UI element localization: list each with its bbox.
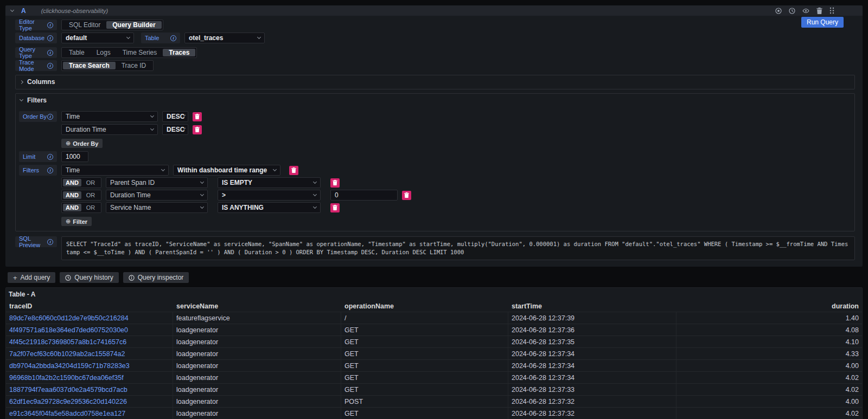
and-option[interactable]: AND <box>63 191 81 199</box>
query-type-label: Query Type i <box>15 47 57 58</box>
add-query-button[interactable]: + Add query <box>8 272 55 283</box>
info-icon[interactable]: i <box>47 114 53 120</box>
database-select[interactable]: default <box>61 33 134 43</box>
record-icon[interactable] <box>775 8 782 14</box>
table-row: 1887794f7eaa6037d0e2a4579bcd7acb loadgen… <box>6 383 862 395</box>
chevron-down-icon <box>200 205 204 209</box>
filter-time-row: Filters i Time Within dashboard time ran… <box>19 165 851 176</box>
info-icon[interactable]: i <box>47 167 53 173</box>
trace-id-link[interactable]: db9704a2bbda34204d159c71b78283e3 <box>9 362 130 370</box>
column-header-servicename[interactable]: serviceName <box>173 302 341 310</box>
and-option[interactable]: AND <box>63 204 81 211</box>
filter-value-input[interactable] <box>330 190 398 201</box>
or-option[interactable]: OR <box>81 179 100 186</box>
filter-field-select[interactable]: Duration Time <box>106 190 208 201</box>
remove-filter-button[interactable] <box>402 191 411 200</box>
order-by-direction-select[interactable]: DESC <box>162 124 188 135</box>
query-row-header[interactable]: A (clickhouse-observability) <box>5 5 863 16</box>
limit-row: Limit i <box>19 151 851 162</box>
filter-field-select[interactable]: Time <box>61 165 169 176</box>
trash-icon[interactable] <box>816 8 822 14</box>
filter-field-select[interactable]: Service Name <box>106 202 208 213</box>
filter-field-select[interactable]: Parent Span ID <box>106 177 208 188</box>
sql-preview-label: SQL Preview i <box>15 236 57 247</box>
or-option[interactable]: OR <box>81 191 100 199</box>
column-header-traceid[interactable]: traceID <box>6 302 173 310</box>
query-type-traces[interactable]: Traces <box>163 49 195 56</box>
chevron-down-icon <box>200 180 204 184</box>
trace-id-link[interactable]: 89dc7e8c6060c0d12de7e9b50c216284 <box>9 314 129 322</box>
info-icon[interactable]: i <box>47 50 53 56</box>
table-row: 4f45c21918c73698057a8b1c741657c6 loadgen… <box>6 336 862 347</box>
service-name-cell: loadgenerator <box>173 360 341 371</box>
operation-name-cell: / <box>341 312 508 324</box>
service-name-cell: loadgenerator <box>173 384 341 395</box>
collapse-query-icon[interactable] <box>10 8 14 11</box>
remove-filter-button[interactable] <box>289 166 298 175</box>
order-by-field-select[interactable]: Time <box>61 111 158 122</box>
history-icon[interactable] <box>789 8 795 14</box>
info-icon[interactable]: i <box>47 63 53 69</box>
filter-operator-select[interactable]: IS ANYTHING <box>218 202 321 213</box>
trace-id-link[interactable]: 96968b10fa2b2c1590bc67dea06ef35f <box>9 374 124 382</box>
info-icon[interactable]: i <box>47 22 53 28</box>
query-editor-panel: A (clickhouse-observability) Run Query E… <box>5 5 863 267</box>
trace-id-link[interactable]: e91c3645f04fa5e58adcd0758e1ea127 <box>9 410 125 417</box>
start-time-cell: 2024-06-28 12:37:32 <box>508 396 676 407</box>
chevron-right-icon <box>20 80 23 83</box>
trace-mode-trace-search[interactable]: Trace Search <box>63 62 116 69</box>
trace-id-link[interactable]: 4f497571a618e364ed7ded60752030e0 <box>9 326 128 334</box>
editor-type-sql-editor[interactable]: SQL Editor <box>63 21 106 29</box>
query-type-logs[interactable]: Logs <box>91 49 117 56</box>
column-header-operationname[interactable]: operationName <box>341 302 508 310</box>
add-filter-button[interactable]: ⊕ Filter <box>61 217 92 226</box>
limit-input[interactable] <box>61 151 88 162</box>
columns-section-header[interactable]: Columns <box>19 78 851 86</box>
operation-name-cell: GET <box>341 408 508 419</box>
remove-filter-button[interactable] <box>330 203 340 212</box>
remove-filter-button[interactable] <box>330 178 340 188</box>
filter-operator-select[interactable]: IS EMPTY <box>218 177 321 188</box>
filter-operator-select[interactable]: Within dashboard time range <box>173 165 280 176</box>
trace-id-link[interactable]: 1887794f7eaa6037d0e2a4579bcd7acb <box>9 386 127 394</box>
query-type-toggle: Table Logs Time Series Traces <box>61 47 197 58</box>
operation-name-cell: GET <box>341 384 508 395</box>
query-header-actions <box>775 7 857 14</box>
add-order-by-button[interactable]: ⊕ Order By <box>61 139 103 148</box>
start-time-cell: 2024-06-28 12:37:39 <box>508 312 676 324</box>
query-type-time-series[interactable]: Time Series <box>117 49 163 56</box>
table-select[interactable]: otel_traces <box>184 33 265 43</box>
trace-id-link[interactable]: 4f45c21918c73698057a8b1c741657c6 <box>9 338 126 346</box>
info-icon[interactable]: i <box>47 35 53 41</box>
query-history-button[interactable]: Query history <box>60 272 118 283</box>
trace-id-link[interactable]: 62df1ec9a29728c9e29536c20d140226 <box>9 398 127 405</box>
filters-section-header[interactable]: Filters <box>19 96 851 105</box>
query-inspector-button[interactable]: Query inspector <box>123 272 189 283</box>
or-option[interactable]: OR <box>81 204 100 211</box>
trace-mode-trace-id[interactable]: Trace ID <box>116 62 152 69</box>
chevron-down-icon <box>184 127 186 130</box>
info-icon[interactable]: i <box>47 154 53 160</box>
filter-condition-row: AND OR Service Name IS ANYTHING <box>19 202 851 213</box>
start-time-cell: 2024-06-28 12:37:36 <box>508 324 676 336</box>
editor-type-row: Editor Type i SQL Editor Query Builder <box>15 20 855 30</box>
remove-order-by-button[interactable] <box>193 125 202 134</box>
trace-id-link[interactable]: 7a2f07ecf63c60b1029ab2ac155874a2 <box>9 350 125 358</box>
drag-handle-icon[interactable] <box>829 7 834 14</box>
eye-icon[interactable] <box>802 8 809 14</box>
order-by-direction-select[interactable]: DESC <box>162 111 188 122</box>
info-icon[interactable]: i <box>170 35 176 41</box>
query-type-row: Query Type i Table Logs Time Series Trac… <box>15 47 855 58</box>
info-icon[interactable]: i <box>47 239 53 245</box>
query-type-table[interactable]: Table <box>63 49 91 56</box>
column-header-duration[interactable]: duration <box>676 302 862 310</box>
order-by-field-select[interactable]: Duration Time <box>61 124 158 135</box>
and-option[interactable]: AND <box>63 179 81 186</box>
service-name-cell: featureflagservice <box>173 312 341 324</box>
column-header-starttime[interactable]: startTime <box>508 302 676 310</box>
history-icon <box>65 275 71 281</box>
start-time-cell: 2024-06-28 12:37:34 <box>508 372 676 383</box>
remove-order-by-button[interactable] <box>193 112 202 121</box>
filter-operator-select[interactable]: > <box>218 190 321 201</box>
editor-type-query-builder[interactable]: Query Builder <box>106 21 161 29</box>
